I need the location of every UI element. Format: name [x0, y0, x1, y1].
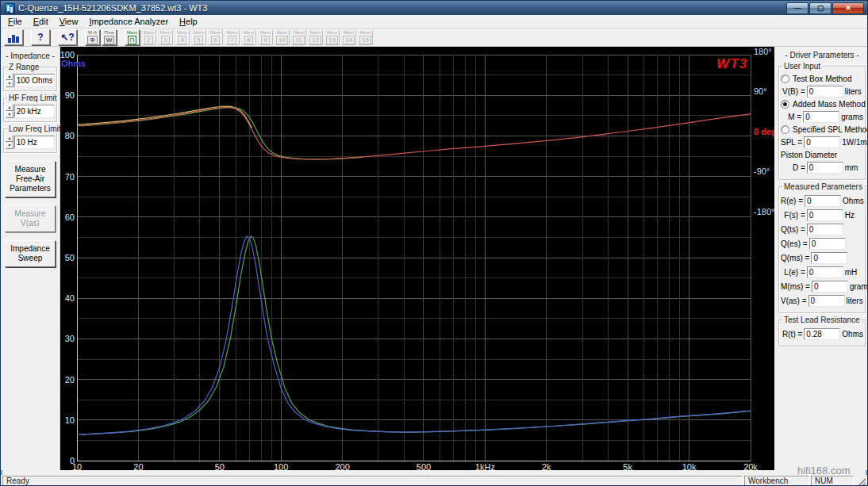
wt3-window: C-Quenze_15H-521206SDKM_37852.wt3 - WT3 … — [0, 0, 868, 486]
low-freq-limit-input[interactable] — [14, 136, 55, 149]
measured-param-6-input[interactable] — [812, 281, 848, 293]
measured-param-0-unit: Ohms — [843, 197, 864, 205]
toolbar-separator — [118, 37, 123, 38]
spin-up-icon[interactable]: ▲ — [6, 135, 13, 142]
memory-10-icon: Mem — [277, 30, 287, 35]
impedance-chart-button[interactable] — [4, 29, 23, 45]
help-button[interactable]: ? — [31, 29, 50, 45]
measured-parameters-group: Measured Parameters R(e) =OhmsF(s) =HzQ(… — [778, 186, 866, 313]
spin-down-icon[interactable]: ▼ — [6, 142, 13, 149]
menu-item-file[interactable]: File — [2, 16, 28, 27]
measured-param-2: Q(ts) = — [781, 224, 863, 235]
svg-text:30: 30 — [65, 334, 75, 343]
hf-freq-limit-group: HF Freq Limit▲▼ — [3, 98, 57, 122]
measure-power-icon: Π+w — [104, 30, 113, 35]
test-lead-label: R(t) = — [781, 330, 802, 339]
memory-6-icon: Mem — [210, 30, 221, 35]
user-input-1: M =grams — [781, 111, 863, 123]
memory-12-button: Mem12 — [308, 29, 323, 45]
spin-down-icon[interactable]: ▼ — [6, 111, 13, 118]
bar-chart-icon — [7, 32, 20, 43]
measure-power-button[interactable]: Π+wW — [102, 29, 117, 45]
user-input-2-input[interactable] — [804, 136, 840, 148]
measured-param-6-unit: grams — [850, 282, 868, 291]
measured-param-0-input[interactable] — [805, 195, 841, 207]
menu-item-edit[interactable]: Edit — [28, 16, 54, 27]
memory-15-label: 15 — [359, 36, 371, 44]
svg-text:2k: 2k — [542, 462, 551, 470]
menu-item-impedance-analyzer[interactable]: Impedance Analyzer — [83, 16, 174, 27]
measure-power-label: W — [104, 36, 115, 44]
radio-label: Test Box Method — [793, 75, 851, 83]
status-workbench: Workbench — [744, 476, 809, 486]
memory-2-icon: Mem — [144, 30, 154, 35]
hf-freq-limit-spinner: ▲▼ — [6, 104, 13, 118]
close-button[interactable]: ✕ — [832, 2, 864, 14]
hf-freq-limit-row: ▲▼ — [6, 104, 55, 118]
spin-down-icon[interactable]: ▼ — [6, 80, 13, 87]
measured-param-7-unit: liters — [847, 297, 863, 305]
memory-5-button: Mem5 — [191, 29, 206, 45]
resize-grip[interactable] — [855, 476, 866, 486]
measured-param-3-input[interactable] — [809, 238, 846, 250]
window-title: C-Quenze_15H-521206SDKM_37852.wt3 - WT3 — [18, 3, 786, 13]
hf-freq-limit-legend: HF Freq Limit — [7, 94, 59, 102]
memory-9-icon: Mem — [260, 30, 271, 35]
svg-text:50: 50 — [65, 253, 75, 262]
svg-text:80: 80 — [65, 131, 75, 140]
impedance-sweep-button[interactable]: Impedance Sweep — [5, 240, 56, 267]
context-help-button[interactable]: ↖? — [58, 29, 77, 45]
radio-added-mass-method[interactable] — [781, 100, 789, 109]
piston-diameter-input[interactable] — [807, 162, 843, 174]
memory-10-label: 10 — [276, 36, 288, 44]
status-bar: Ready Workbench NUM — [1, 475, 867, 486]
user-input-1-input[interactable] — [803, 111, 839, 123]
measured-param-5-input[interactable] — [807, 266, 843, 278]
test-lead-resistance-group: Test Lead Resistance R(t) =Ohms — [778, 320, 866, 346]
user-input-0-input[interactable] — [807, 86, 843, 98]
measure-free-air-parameters-button[interactable]: Measure Free-Air Parameters — [5, 161, 56, 197]
status-num-indicator: NUM — [811, 476, 854, 486]
memory-14-icon: Mem — [344, 30, 354, 35]
memory-13-label: 13 — [326, 36, 338, 44]
piston-diameter-label: Piston Diameter — [781, 151, 863, 159]
measured-param-5-label: L(e) = — [781, 268, 805, 277]
user-input-2-unit: 1W/1m — [842, 138, 864, 147]
svg-text:40: 40 — [65, 293, 75, 303]
maximize-button[interactable]: ▢ — [809, 2, 832, 14]
spin-up-icon[interactable]: ▲ — [6, 104, 13, 111]
toolbar-separator — [52, 37, 56, 38]
piston-diameter-label: D = — [781, 163, 805, 172]
svg-text:90°: 90° — [754, 86, 767, 96]
test-lead-input[interactable] — [804, 328, 840, 340]
menu-item-view[interactable]: View — [54, 16, 84, 27]
driver-parameters-panel: - Driver Parameters - User Input Test Bo… — [774, 47, 868, 470]
hf-freq-limit-input[interactable] — [14, 105, 55, 118]
user-input-0: V(B) =liters — [781, 86, 863, 98]
measured-param-4-input[interactable] — [811, 252, 847, 264]
measured-param-2-input[interactable] — [807, 224, 843, 235]
memory-2-button: Mem2 — [141, 29, 156, 45]
measure-free-air-button[interactable]: M·AΦ — [85, 29, 100, 45]
menu-item-help[interactable]: Help — [174, 16, 203, 27]
z-range-input[interactable] — [14, 74, 55, 87]
spin-up-icon[interactable]: ▲ — [6, 73, 13, 80]
radio-specified-spl-method[interactable] — [781, 125, 789, 134]
user-input-legend: User Input — [782, 62, 822, 71]
memory-7-label: 7 — [228, 36, 236, 44]
measured-param-1-input[interactable] — [807, 209, 843, 221]
impedance-sidebar: - Impedance - Z Range▲▼HF Freq Limit▲▼Lo… — [1, 47, 60, 470]
svg-text:Ohms: Ohms — [61, 59, 86, 68]
memory-14-button: Mem14 — [341, 29, 356, 45]
memory-12-label: 12 — [309, 36, 321, 44]
measured-param-7: V(as) =liters — [781, 295, 863, 307]
memory-1-button[interactable]: MemΠ — [125, 29, 140, 45]
svg-text:10k: 10k — [682, 462, 697, 470]
radio-test-box-method[interactable] — [781, 75, 789, 83]
impedance-plot: 1009080706050403020100Ohms10205010020050… — [60, 47, 774, 470]
user-input-1-label: M = — [781, 113, 801, 121]
app-icon — [5, 3, 15, 13]
minimize-button[interactable]: — — [786, 2, 808, 14]
z-range-group: Z Range▲▼ — [3, 67, 57, 91]
measured-param-7-input[interactable] — [808, 295, 845, 307]
